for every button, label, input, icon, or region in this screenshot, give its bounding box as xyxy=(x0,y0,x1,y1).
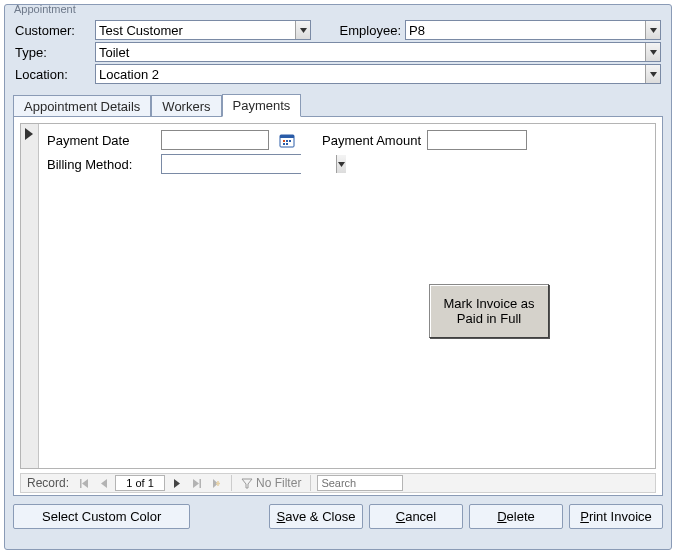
type-combo[interactable] xyxy=(95,42,661,62)
svg-marker-15 xyxy=(101,479,107,488)
appointment-groupbox: Appointment Customer: Employee: xyxy=(4,4,672,550)
save-close-button[interactable]: Save & Close xyxy=(269,504,363,529)
customer-input[interactable] xyxy=(96,21,295,39)
payment-amount-label: Payment Amount xyxy=(322,133,421,148)
record-search[interactable] xyxy=(317,475,403,491)
cancel-button[interactable]: Cancel xyxy=(369,504,463,529)
record-position[interactable] xyxy=(115,475,165,491)
svg-rect-6 xyxy=(280,135,294,138)
chevron-down-icon xyxy=(649,26,658,35)
svg-rect-9 xyxy=(289,140,291,142)
svg-marker-0 xyxy=(300,28,307,33)
select-custom-color-button[interactable]: Select Custom Color xyxy=(13,504,190,529)
nav-first-button[interactable] xyxy=(75,474,93,492)
employee-input[interactable] xyxy=(406,21,645,39)
svg-rect-11 xyxy=(286,143,288,145)
mark-invoice-paid-label: Mark Invoice as Paid in Full xyxy=(434,296,544,326)
new-record-icon xyxy=(211,478,222,489)
payment-date-field[interactable] xyxy=(161,130,269,150)
header-table: Customer: Employee: xyxy=(13,19,663,85)
select-custom-color-label: Select Custom Color xyxy=(42,509,161,524)
nav-prev-button[interactable] xyxy=(95,474,113,492)
tab-appointment-details[interactable]: Appointment Details xyxy=(13,95,151,117)
employee-combo[interactable] xyxy=(405,20,661,40)
last-record-icon xyxy=(191,478,202,489)
location-combo[interactable] xyxy=(95,64,661,84)
billing-method-input[interactable] xyxy=(162,155,336,173)
footer-bar: Select Custom Color Save & Close Cancel … xyxy=(13,504,663,529)
chevron-down-icon xyxy=(337,160,346,169)
nav-next-button[interactable] xyxy=(167,474,185,492)
tab-payments[interactable]: Payments xyxy=(222,94,302,117)
location-input[interactable] xyxy=(96,65,645,83)
groupbox-title: Appointment xyxy=(11,3,79,15)
svg-marker-14 xyxy=(82,479,88,488)
employee-label: Employee: xyxy=(313,19,403,41)
svg-marker-16 xyxy=(174,479,180,488)
svg-marker-1 xyxy=(650,28,657,33)
nav-new-button[interactable] xyxy=(207,474,225,492)
payment-amount-field[interactable] xyxy=(427,130,527,150)
payments-subform: Payment Date xyxy=(20,123,656,469)
payment-date-label: Payment Date xyxy=(47,133,155,148)
type-dropdown-btn[interactable] xyxy=(645,43,660,61)
print-invoice-button[interactable]: Print Invoice xyxy=(569,504,663,529)
location-label: Location: xyxy=(13,63,93,85)
type-label: Type: xyxy=(13,41,93,63)
chevron-down-icon xyxy=(299,26,308,35)
location-dropdown-btn[interactable] xyxy=(645,65,660,83)
calendar-icon xyxy=(279,132,295,148)
type-input[interactable] xyxy=(96,43,645,61)
filter-text: No Filter xyxy=(256,476,301,490)
filter-indicator[interactable]: No Filter xyxy=(238,476,304,490)
row-selector[interactable] xyxy=(21,124,39,468)
customer-label: Customer: xyxy=(13,19,93,41)
calendar-button[interactable] xyxy=(278,131,296,149)
first-record-icon xyxy=(79,478,90,489)
current-record-icon xyxy=(25,128,35,140)
next-record-icon xyxy=(171,478,182,489)
svg-marker-20 xyxy=(242,479,252,488)
chevron-down-icon xyxy=(649,70,658,79)
svg-rect-10 xyxy=(283,143,285,145)
svg-marker-2 xyxy=(650,50,657,55)
svg-marker-17 xyxy=(193,479,199,488)
tab-workers[interactable]: Workers xyxy=(151,95,221,117)
svg-marker-12 xyxy=(338,162,345,167)
delete-button[interactable]: Delete xyxy=(469,504,563,529)
record-navigator: Record: xyxy=(20,473,656,493)
customer-combo[interactable] xyxy=(95,20,311,40)
svg-marker-4 xyxy=(25,128,33,140)
mark-invoice-paid-button[interactable]: Mark Invoice as Paid in Full xyxy=(429,284,549,338)
tabpage-payments: Payment Date xyxy=(13,116,663,496)
customer-dropdown-btn[interactable] xyxy=(295,21,310,39)
chevron-down-icon xyxy=(649,48,658,57)
prev-record-icon xyxy=(99,478,110,489)
svg-rect-7 xyxy=(283,140,285,142)
svg-rect-8 xyxy=(286,140,288,142)
nav-last-button[interactable] xyxy=(187,474,205,492)
record-label: Record: xyxy=(23,476,73,490)
svg-rect-13 xyxy=(80,479,82,488)
employee-dropdown-btn[interactable] xyxy=(645,21,660,39)
payment-date-input[interactable] xyxy=(162,131,268,149)
payment-amount-input[interactable] xyxy=(428,131,526,149)
svg-marker-3 xyxy=(650,72,657,77)
billing-method-label: Billing Method: xyxy=(47,157,155,172)
tabstrip: Appointment Details Workers Payments xyxy=(13,93,663,116)
billing-method-combo[interactable] xyxy=(161,154,301,174)
filter-icon xyxy=(241,477,253,489)
svg-rect-18 xyxy=(199,479,201,488)
billing-method-dropdown-btn[interactable] xyxy=(336,155,346,173)
